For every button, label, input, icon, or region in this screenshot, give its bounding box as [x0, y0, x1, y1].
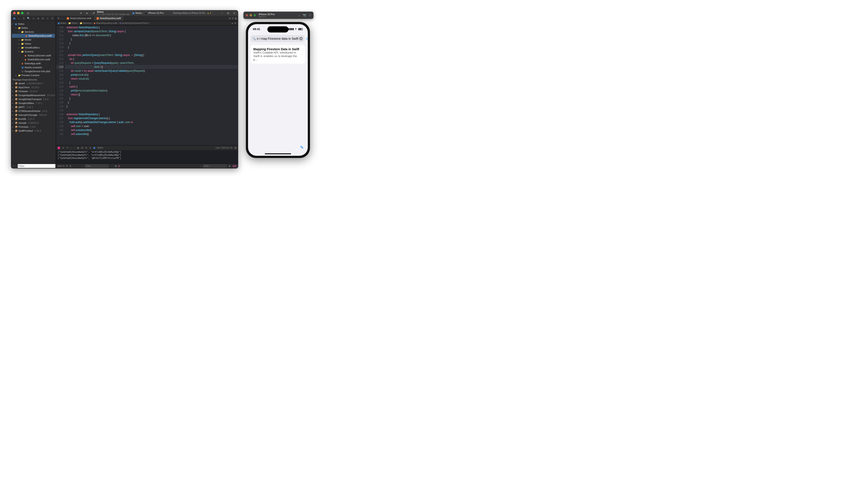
debug-tab-icon[interactable]: ⊟ [41, 17, 44, 20]
package-item[interactable]: ▸📦GoogleUtilities 7.13.1 [11, 101, 56, 105]
share-button-icon[interactable]: ⇪ [309, 13, 311, 17]
nav-item[interactable]: ▸📁Views [11, 42, 56, 45]
left-sidebar-toggle-icon[interactable]: ▥ [26, 11, 30, 15]
trash-icon[interactable]: 🗑 [228, 165, 231, 167]
cancel-button[interactable]: Cancel [306, 37, 308, 40]
package-item[interactable]: ▸📦leveldb 1.22.5 [11, 117, 56, 121]
package-item[interactable]: ▸📦abseil 1.2024011601.1 [11, 82, 56, 85]
debug-view-button[interactable]: ◉ [77, 147, 79, 149]
code-editor[interactable]: 1081091161171181191201211221231241251261… [56, 26, 238, 145]
iphone-device-frame: 09:41 ▮▮▮▮ ᯤ ▮▮▯ 🔍 n I map Firestone dat… [246, 22, 310, 158]
eye-icon[interactable]: 👁 [66, 165, 68, 167]
screenshot-button-icon[interactable]: 📷 [303, 13, 306, 17]
package-item[interactable]: ▸📦Promises 2.4.0 [11, 125, 56, 129]
home-button-icon[interactable]: ⌂ [298, 13, 300, 17]
package-item[interactable]: ▸📦SwiftProtobuf 1.26.0 [11, 129, 56, 133]
minimize-window-button[interactable] [17, 12, 20, 14]
package-item[interactable]: ▸📦AppCheck 10.19.0 [11, 85, 56, 89]
step-in-button[interactable]: ↓ [70, 147, 71, 149]
stop-button[interactable]: ■ [79, 11, 83, 15]
zoom-window-button[interactable] [21, 12, 24, 14]
package-item[interactable]: ▸📦Firebase 10.24.0 [11, 89, 56, 93]
debug-console[interactable]: ["GybbVqm9jHoaodmwVpYv", "er47vA8XuZ6vUm… [56, 150, 238, 163]
editor-tab[interactable]: NotesRepository.swift [94, 16, 124, 21]
editor-options-icon[interactable]: ☰ [231, 17, 234, 20]
package-item[interactable]: ▸📦InteropForGoogle 100.0.0 [11, 113, 56, 117]
package-item[interactable]: ▸📦GTMSessionFetcher 3.4.1 [11, 109, 56, 113]
navigator-filter-input[interactable] [18, 164, 56, 168]
package-item[interactable]: ▸📦nanopb 2.30910.0 [11, 121, 56, 125]
nav-item-label: Model [25, 38, 31, 41]
nav-item[interactable]: ▸📁Model [11, 38, 56, 42]
package-icon: 📦 [15, 98, 18, 100]
package-item[interactable]: ▸📦GoogleDataTransport 9.4.0 [11, 97, 56, 101]
minimize-editor-icon[interactable]: ⇆ [229, 17, 231, 20]
library-button[interactable]: ▦ [226, 11, 230, 15]
close-window-button[interactable] [13, 12, 16, 14]
editor-tab[interactable]: NotesListScreen.swift [64, 16, 94, 21]
location-button[interactable]: ➤ [89, 147, 91, 149]
package-item[interactable]: ▸📦gRPC 1.62.2 [11, 105, 56, 109]
search-input-text[interactable]: n I map Firestone data in Swift [257, 37, 298, 40]
project-navigator-tab-icon[interactable]: ▦ [13, 17, 16, 20]
auto-variables-button[interactable]: Auto ⇅ [58, 165, 65, 167]
add-editor-icon[interactable]: ▥ [235, 17, 237, 20]
add-button[interactable]: ＋ [12, 165, 14, 168]
nav-item[interactable]: ◆NotesApp.swift [11, 61, 56, 65]
nav-item[interactable]: ▾📁Services [11, 30, 56, 34]
project-root[interactable]: ▾▣ Notes [11, 22, 56, 26]
metadata-icon[interactable]: ⊞ [118, 165, 120, 167]
variables-filter-input[interactable] [85, 164, 108, 168]
nav-item[interactable]: ☰GoogleService-Info.plist [11, 69, 56, 73]
issues-next-icon[interactable]: ▼ [234, 22, 237, 24]
search-result-card[interactable]: Mapping Firestore Data in Swift Swift's … [251, 45, 305, 64]
console-filter-input[interactable] [203, 164, 227, 168]
issues-tab-icon[interactable]: ⚠ [32, 17, 35, 20]
scheme-selector[interactable]: ⎇ Notes #1 – Add "Notes for iOS" sample … [92, 10, 129, 15]
nav-item[interactable]: ▦Assets.xcassets [11, 65, 56, 69]
nav-item[interactable]: ▾📁Notes [11, 26, 56, 30]
add-tab-button[interactable]: ＋ [220, 11, 224, 15]
nav-item[interactable]: ◆NotesRepository.swift [12, 34, 55, 38]
back-button[interactable]: ‹ [60, 17, 61, 20]
scheme-target[interactable]: ▣ Notes › 📱 iPhone 15 Pro [131, 11, 165, 15]
forward-button[interactable]: › [62, 17, 63, 20]
nav-item[interactable]: ◆NoteEditScreen.swift [11, 58, 56, 61]
pause-button[interactable]: ⏸ [62, 147, 64, 149]
console-toggle-icon[interactable]: ▤ [115, 165, 117, 167]
source-control-tab-icon[interactable]: ⎌ [18, 17, 21, 20]
activity-status-bar[interactable]: Running Notes on iPhone 15 Pro ▲ 2 [169, 11, 215, 15]
warning-badge[interactable]: ▲ 2 [207, 12, 211, 14]
stack-icon[interactable]: ☰ [69, 165, 71, 167]
sim-close-button[interactable] [246, 14, 248, 17]
nav-item[interactable]: ▸📁Preview Content [11, 73, 56, 77]
nav-item[interactable]: ▾📁Screens [11, 50, 56, 54]
step-out-button[interactable]: ↑ [74, 147, 75, 149]
issues-prev-icon[interactable]: ▲ [231, 22, 234, 24]
memory-graph-button[interactable]: ⊞ [81, 147, 83, 149]
sim-minimize-button[interactable] [250, 14, 252, 17]
breakpoint-indicator[interactable] [58, 147, 60, 149]
breadcrumb[interactable]: ▣Notes › 📁Notes › 📁Services › ◆NotesRepo… [56, 21, 238, 26]
nav-item[interactable]: ◆NotesListScreen.swift [11, 54, 56, 58]
reports-tab-icon[interactable]: ☰ [51, 17, 54, 20]
split-toggle-icon[interactable]: ▥▥ [232, 165, 237, 167]
run-button[interactable]: ▶ [85, 11, 89, 15]
tests-tab-icon[interactable]: ◈ [37, 17, 40, 20]
breakpoints-tab-icon[interactable]: ⎋ [46, 17, 49, 20]
code-lines[interactable]: extension NotesRepository { func semanti… [65, 26, 238, 145]
search-field[interactable]: 🔍 n I map Firestone data in Swift ✕ [251, 35, 305, 42]
find-tab-icon[interactable]: 🔍 [27, 17, 30, 20]
clear-search-button[interactable]: ✕ [299, 37, 303, 40]
compose-button-icon[interactable]: ✎ [300, 145, 304, 150]
bookmarks-tab-icon[interactable]: ☰ [22, 17, 25, 20]
nav-item[interactable]: ▸📁ViewModifiers [11, 45, 56, 50]
right-sidebar-toggle-icon[interactable]: ▥ [232, 11, 236, 15]
sim-zoom-button[interactable] [253, 14, 256, 17]
toggle-console-button[interactable]: ▥ [235, 147, 237, 149]
step-over-button[interactable]: ↷ [66, 147, 68, 149]
package-item[interactable]: ▸📦GoogleAppMeasurement 10.24.0 [11, 93, 56, 97]
home-indicator[interactable] [265, 153, 291, 154]
environment-button[interactable]: ⚙ [85, 147, 87, 149]
related-items-button[interactable]: ☰ [57, 17, 60, 20]
